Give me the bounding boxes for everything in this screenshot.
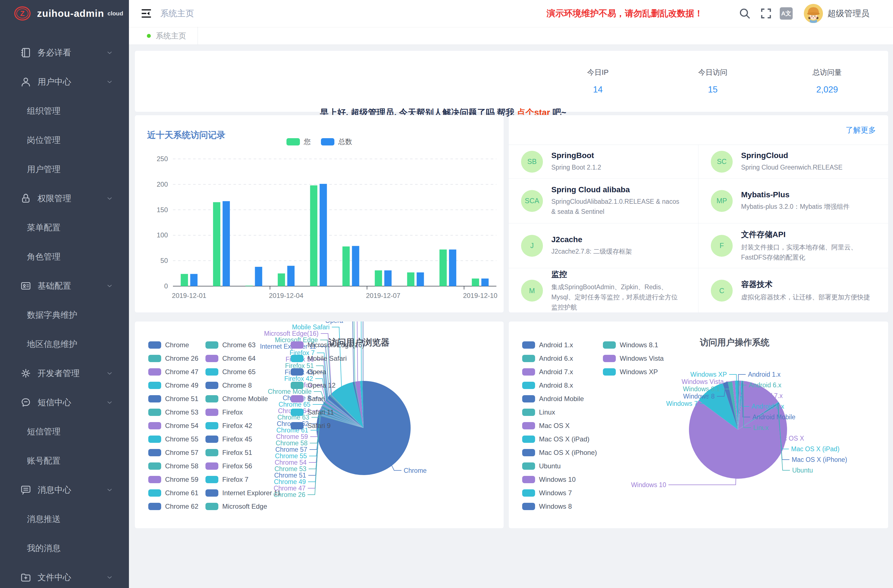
sidebar-item-5[interactable]: 权限管理 bbox=[0, 184, 129, 213]
legend-item[interactable]: Android 7.x bbox=[522, 368, 597, 376]
fullscreen-button[interactable] bbox=[759, 7, 773, 20]
legend-item[interactable]: Android Mobile bbox=[522, 395, 597, 403]
tech-item-5[interactable]: F 文件存储API 封装文件接口，实现本地存储、阿里云、FastDFS存储的配置… bbox=[699, 223, 888, 268]
collapse-menu-button[interactable] bbox=[140, 7, 152, 20]
legend-item[interactable]: Chrome 54 bbox=[148, 422, 198, 429]
bar-series0-cat0[interactable] bbox=[181, 274, 188, 286]
legend-item[interactable]: Mobile Safari bbox=[291, 355, 364, 362]
legend-item[interactable]: Safari bbox=[291, 395, 364, 403]
legend-item[interactable]: Chrome 49 bbox=[148, 382, 198, 389]
sidebar-item-2[interactable]: 组织管理 bbox=[0, 96, 129, 126]
bar-series0-cat2[interactable] bbox=[245, 286, 253, 286]
legend-item[interactable]: Chrome 26 bbox=[148, 355, 198, 362]
sidebar-item-9[interactable]: 数据字典维护 bbox=[0, 301, 129, 329]
app-logo[interactable]: Z zuihou-admin cloud bbox=[0, 0, 129, 27]
bar-series1-cat0[interactable] bbox=[190, 274, 198, 286]
legend-item[interactable]: Chrome 53 bbox=[148, 408, 198, 416]
user-avatar[interactable] bbox=[804, 4, 823, 23]
sidebar-item-11[interactable]: 开发者管理 bbox=[0, 359, 129, 388]
legend-item[interactable]: Mac OS X bbox=[522, 422, 597, 429]
legend-item[interactable]: Firefox 51 bbox=[206, 449, 281, 456]
legend-item[interactable]: Windows 8 bbox=[522, 502, 597, 510]
sidebar-item-12[interactable]: 短信中心 bbox=[0, 388, 129, 417]
bar-series1-cat8[interactable] bbox=[449, 250, 456, 286]
bar-series1-cat4[interactable] bbox=[320, 184, 327, 286]
legend-item[interactable]: Chrome 57 bbox=[148, 449, 198, 456]
tech-item-3[interactable]: MP Mybatis-Plus Mybatis-plus 3.2.0：Mybat… bbox=[699, 179, 888, 223]
legend-item[interactable]: Ubuntu bbox=[522, 462, 597, 470]
legend-item[interactable]: Opera bbox=[291, 368, 364, 376]
sidebar-item-7[interactable]: 角色管理 bbox=[0, 242, 129, 271]
bar-series1-cat3[interactable] bbox=[287, 266, 295, 286]
sidebar-item-10[interactable]: 地区信息维护 bbox=[0, 329, 129, 359]
legend-item[interactable]: Firefox 42 bbox=[206, 422, 281, 429]
bar-series0-cat5[interactable] bbox=[343, 247, 350, 286]
legend-item[interactable]: Safari 11 bbox=[291, 408, 364, 416]
legend-item[interactable]: Chrome Mobile bbox=[206, 395, 281, 403]
bar-series0-cat9[interactable] bbox=[472, 278, 479, 286]
legend-item[interactable]: Windows Vista bbox=[603, 355, 664, 362]
tech-item-6[interactable]: M 监控 集成SpringBootAdmin、Zipkin、Redis、Mysq… bbox=[509, 268, 699, 313]
breadcrumb[interactable]: 系统主页 bbox=[160, 0, 194, 27]
legend-item[interactable]: Windows XP bbox=[603, 368, 664, 376]
sidebar-item-13[interactable]: 短信管理 bbox=[0, 417, 129, 446]
legend-item[interactable]: Chrome 59 bbox=[148, 475, 198, 483]
legend-item[interactable]: Chrome bbox=[148, 341, 198, 349]
bar-series0-cat3[interactable] bbox=[278, 274, 285, 286]
sidebar-item-6[interactable]: 菜单配置 bbox=[0, 213, 129, 242]
legend-item[interactable]: Android 8.x bbox=[522, 382, 597, 389]
bar-series1-cat9[interactable] bbox=[481, 278, 489, 286]
tech-item-7[interactable]: C 容器技术 虚拟化容器技术，让迁移、部署更加方便快捷 bbox=[699, 268, 888, 313]
sidebar-item-1[interactable]: 用户中心 bbox=[0, 67, 129, 96]
sidebar-item-16[interactable]: 消息推送 bbox=[0, 504, 129, 534]
sidebar-item-18[interactable]: 文件中心 bbox=[0, 563, 129, 588]
sidebar-item-4[interactable]: 用户管理 bbox=[0, 155, 129, 184]
legend-item[interactable]: 您 bbox=[286, 137, 311, 146]
search-button[interactable] bbox=[738, 7, 751, 20]
sidebar-item-8[interactable]: 基础配置 bbox=[0, 271, 129, 301]
legend-item[interactable]: Windows 8.1 bbox=[603, 341, 664, 349]
sidebar-item-14[interactable]: 账号配置 bbox=[0, 446, 129, 475]
legend-item[interactable]: Firefox 45 bbox=[206, 435, 281, 443]
tab-home[interactable]: 系统主页 bbox=[138, 27, 198, 45]
sidebar-item-15[interactable]: 消息中心 bbox=[0, 475, 129, 504]
sidebar-item-17[interactable]: 我的消息 bbox=[0, 534, 129, 563]
username[interactable]: 超级管理员 bbox=[827, 0, 869, 27]
language-button[interactable]: A文 bbox=[780, 7, 793, 20]
bar-series0-cat7[interactable] bbox=[407, 272, 415, 286]
legend-item[interactable]: Chrome 51 bbox=[148, 395, 198, 403]
legend-item[interactable]: Chrome 64 bbox=[206, 355, 281, 362]
legend-item[interactable]: Windows 7 bbox=[522, 489, 597, 497]
bar-series1-cat7[interactable] bbox=[417, 272, 424, 286]
tech-item-2[interactable]: SCA Spring Cloud alibaba SpringCloudAlib… bbox=[509, 179, 699, 223]
sidebar-item-3[interactable]: 岗位管理 bbox=[0, 126, 129, 155]
legend-item[interactable]: Chrome 47 bbox=[148, 368, 198, 376]
tech-item-0[interactable]: SB SpringBoot Spring Boot 2.1.2 bbox=[509, 145, 699, 179]
legend-item[interactable]: Mac OS X (iPad) bbox=[522, 435, 597, 443]
learn-more-link[interactable]: 了解更多 bbox=[846, 125, 876, 135]
legend-item[interactable]: Internet Explorer 11 bbox=[206, 489, 281, 497]
legend-item[interactable]: Android 6.x bbox=[522, 355, 597, 362]
legend-item[interactable]: Chrome 62 bbox=[148, 502, 198, 510]
legend-item[interactable]: Windows 10 bbox=[522, 475, 597, 483]
legend-item[interactable]: Firefox 56 bbox=[206, 462, 281, 470]
legend-item[interactable]: Chrome 8 bbox=[206, 382, 281, 389]
bar-series1-cat2[interactable] bbox=[255, 267, 262, 286]
tech-item-4[interactable]: J J2cache J2cache2.7.8: 二级缓存框架 bbox=[509, 223, 699, 268]
bar-series1-cat6[interactable] bbox=[384, 271, 392, 286]
legend-item[interactable]: 总数 bbox=[321, 137, 352, 146]
bar-series0-cat8[interactable] bbox=[439, 250, 447, 286]
legend-item[interactable]: Chrome 61 bbox=[148, 489, 198, 497]
bar-series0-cat1[interactable] bbox=[213, 202, 220, 286]
legend-item[interactable]: Safari 9 bbox=[291, 422, 364, 429]
legend-item[interactable]: Mac OS X (iPhone) bbox=[522, 449, 597, 456]
legend-item[interactable]: Chrome 55 bbox=[148, 435, 198, 443]
legend-item[interactable]: Android 1.x bbox=[522, 341, 597, 349]
sidebar-item-0[interactable]: 务必详看 bbox=[0, 38, 129, 67]
bar-series0-cat6[interactable] bbox=[375, 271, 382, 286]
legend-item[interactable]: Microsoft Edge bbox=[206, 502, 281, 510]
legend-item[interactable]: Firefox bbox=[206, 408, 281, 416]
bar-series1-cat5[interactable] bbox=[352, 246, 359, 286]
legend-item[interactable]: Linux bbox=[522, 408, 597, 416]
legend-item[interactable]: Chrome 65 bbox=[206, 368, 281, 376]
